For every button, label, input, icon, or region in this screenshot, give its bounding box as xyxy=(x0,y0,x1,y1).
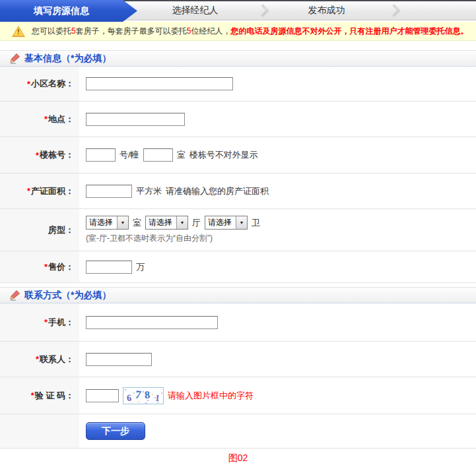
layout-unit-bath: 卫 xyxy=(252,217,260,229)
captcha-hint: 请输入图片框中的字符 xyxy=(168,390,254,402)
contact-person-label: 联系人： xyxy=(40,354,74,365)
notice-text: 您可以委托 xyxy=(32,26,71,36)
warning-triangle-icon xyxy=(12,26,25,37)
area-input[interactable] xyxy=(86,185,132,198)
section-contact-header: 联系方式（*为必填） xyxy=(0,287,476,303)
captcha-digit: 8 xyxy=(144,389,151,401)
price-unit: 万 xyxy=(136,261,145,273)
area-unit: 平方米 xyxy=(136,185,162,197)
price-label: 售价： xyxy=(48,261,74,273)
layout-unit-room: 室 xyxy=(133,217,141,229)
baths-select[interactable]: 请选择 ▼ xyxy=(205,216,248,230)
captcha-input[interactable] xyxy=(86,389,119,402)
field-row-community: *小区名称： xyxy=(0,67,476,102)
tab-fill-listing-info-label: 填写房源信息 xyxy=(34,5,89,17)
field-row-location: *地点： xyxy=(0,102,476,137)
submit-row: 下一步 xyxy=(0,414,476,449)
tab-publish-success[interactable]: 发布成功 xyxy=(269,5,384,16)
halls-select[interactable]: 请选择 ▼ xyxy=(145,216,188,230)
pencil-icon xyxy=(9,290,20,301)
chevron-right-icon xyxy=(256,4,269,17)
section-contact-title: 联系方式（*为必填） xyxy=(24,290,111,301)
notice-text: 位经纪人， xyxy=(191,26,230,36)
section-basic-header: 基本信息（*为必填） xyxy=(0,50,476,67)
chevron-right-icon xyxy=(388,4,401,17)
field-row-captcha: *验 证 码： 6 7 8 1 请输入图片框中的字符 xyxy=(0,377,476,414)
notice-privacy-text: 您的电话及房源信息不对外公开，只有注册用户才能管理委托信息。 xyxy=(230,26,468,36)
building-number-input[interactable] xyxy=(86,148,116,162)
tab-choose-agent-label: 选择经纪人 xyxy=(172,5,219,15)
field-row-price: *售价： 万 xyxy=(0,251,476,283)
pencil-icon xyxy=(9,53,20,64)
captcha-digit: 1 xyxy=(154,392,160,404)
tab-publish-success-label: 发布成功 xyxy=(308,5,345,15)
tab-choose-agent[interactable]: 选择经纪人 xyxy=(137,5,253,16)
layout-hint: (室-厅-卫都不选时表示为“自由分割”) xyxy=(86,233,476,244)
section-basic-title: 基本信息（*为必填） xyxy=(24,53,111,65)
required-mark: * xyxy=(27,79,30,89)
contact-person-input[interactable] xyxy=(86,353,152,366)
building-hint: 楼栋号不对外显示 xyxy=(189,149,258,161)
captcha-digit: 7 xyxy=(135,388,142,402)
next-step-button[interactable]: 下一步 xyxy=(86,422,145,440)
location-input[interactable] xyxy=(86,113,185,126)
rooms-select-value: 请选择 xyxy=(86,217,117,228)
dropdown-arrow-icon: ▼ xyxy=(236,216,247,229)
required-mark: * xyxy=(36,150,39,160)
step-tabs: 填写房源信息 选择经纪人 发布成功 xyxy=(0,0,476,20)
price-input[interactable] xyxy=(86,261,132,274)
notice-text: 套房子，每套房子最多可以委托 xyxy=(76,26,187,36)
rooms-select[interactable]: 请选择 ▼ xyxy=(86,216,129,230)
required-mark: * xyxy=(36,354,39,364)
field-row-mobile: *手机： xyxy=(0,303,476,342)
dropdown-arrow-icon: ▼ xyxy=(117,216,128,229)
notice-count: 5 xyxy=(71,26,76,36)
room-number-input[interactable] xyxy=(143,148,173,162)
building-unit2: 室 xyxy=(177,149,186,161)
tab-fill-listing-info[interactable]: 填写房源信息 xyxy=(0,0,137,22)
captcha-label: 验 证 码： xyxy=(35,390,74,402)
community-input[interactable] xyxy=(86,77,233,90)
baths-select-value: 请选择 xyxy=(205,217,236,228)
layout-unit-hall: 厅 xyxy=(192,217,201,229)
field-row-contact-person: *联系人： xyxy=(0,342,476,377)
area-label: 产证面积： xyxy=(31,185,74,197)
notice-bar: 您可以委托5套房子，每套房子最多可以委托5位经纪人，您的电话及房源信息不对外公开… xyxy=(0,22,476,41)
building-label: 楼栋号： xyxy=(40,149,74,161)
halls-select-value: 请选择 xyxy=(146,217,176,228)
captcha-image[interactable]: 6 7 8 1 xyxy=(123,387,164,404)
figure-caption: 图02 xyxy=(0,449,476,466)
mobile-label: 手机： xyxy=(48,317,74,328)
step-tabs-rest: 选择经纪人 发布成功 xyxy=(137,1,476,20)
required-mark: * xyxy=(31,390,34,400)
mobile-input[interactable] xyxy=(86,316,218,329)
field-row-layout: 房型： 请选择 ▼ 室 请选择 ▼ 厅 请选择 ▼ 卫 (室-厅-卫都不选 xyxy=(0,209,476,251)
required-mark: * xyxy=(44,114,48,124)
dropdown-arrow-icon: ▼ xyxy=(176,216,187,229)
section-contact-info: 联系方式（*为必填） *手机： *联系人： *验 证 码： 6 7 8 1 请输… xyxy=(0,287,476,449)
field-row-building: *楼栋号： 号/幢 室 楼栋号不对外显示 xyxy=(0,137,476,173)
building-unit1: 号/幢 xyxy=(119,149,139,161)
area-hint: 请准确输入您的房产证面积 xyxy=(166,185,269,197)
section-basic-info: 基本信息（*为必填） *小区名称： *地点： *楼栋号： 号/幢 室 楼栋号不对… xyxy=(0,50,476,283)
layout-label: 房型： xyxy=(48,224,74,236)
required-mark: * xyxy=(44,262,48,272)
required-mark: * xyxy=(44,317,48,327)
community-label: 小区名称： xyxy=(31,78,74,90)
required-mark: * xyxy=(27,186,30,196)
location-label: 地点： xyxy=(48,113,74,125)
field-row-area: *产证面积： 平方米 请准确输入您的房产证面积 xyxy=(0,173,476,209)
captcha-digit: 6 xyxy=(126,392,132,404)
